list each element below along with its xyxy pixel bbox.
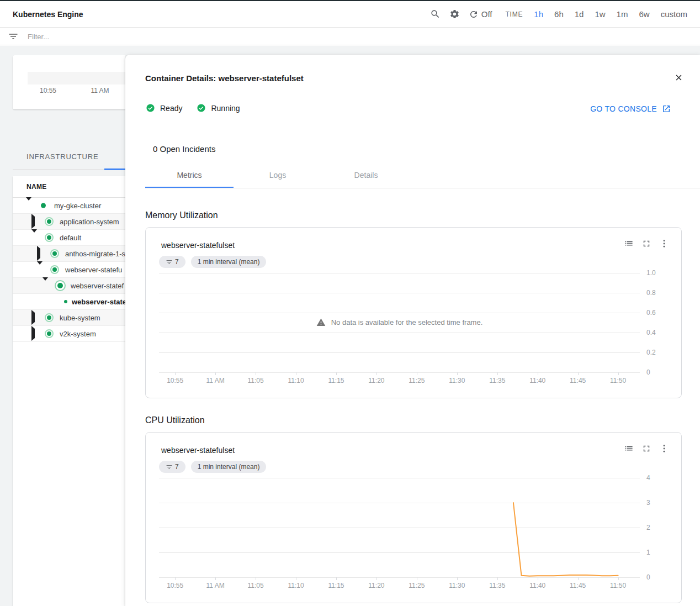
y-axis-label: 4 bbox=[646, 474, 650, 482]
tab-metrics[interactable]: Metrics bbox=[145, 164, 234, 186]
go-to-console-label: GO TO CONSOLE bbox=[590, 104, 657, 113]
y-axis-label: 0 bbox=[646, 368, 650, 376]
time-range-6w[interactable]: 6w bbox=[639, 9, 649, 19]
x-axis-label: 11:20 bbox=[368, 377, 384, 384]
mini-chart-band bbox=[28, 72, 125, 85]
x-axis-tick bbox=[538, 372, 538, 375]
y-axis-label: 1 bbox=[646, 549, 650, 556]
time-range-1m[interactable]: 1m bbox=[617, 9, 628, 19]
status-ready: Ready bbox=[146, 103, 182, 113]
tree-item-webserver-state[interactable]: webserver-state bbox=[13, 294, 125, 310]
time-range-1d[interactable]: 1d bbox=[575, 9, 584, 19]
search-icon[interactable] bbox=[430, 9, 441, 19]
gridline bbox=[159, 293, 640, 293]
gridline bbox=[159, 352, 640, 353]
chevron-down-icon[interactable] bbox=[31, 233, 37, 243]
chevron-down-icon[interactable] bbox=[43, 281, 48, 291]
y-axis-label: 0.4 bbox=[646, 329, 656, 336]
y-axis-label: 3 bbox=[646, 499, 650, 507]
status-donut-icon bbox=[45, 217, 54, 226]
tree-item-label: application-system bbox=[60, 218, 119, 226]
y-axis-label: 1.0 bbox=[646, 269, 656, 277]
chevron-right-icon[interactable] bbox=[31, 329, 35, 339]
x-axis-label: 10:55 bbox=[167, 377, 183, 384]
time-range-6h[interactable]: 6h bbox=[554, 9, 564, 19]
status-donut-icon bbox=[45, 313, 54, 322]
tree-item-label: my-gke-cluster bbox=[54, 202, 101, 210]
status-dot-icon bbox=[41, 203, 46, 208]
tree-item-application-system[interactable]: application-system bbox=[13, 214, 125, 230]
detail-tabs: MetricsLogsDetails bbox=[145, 164, 410, 186]
x-axis-tick bbox=[175, 372, 176, 375]
check-circle-icon bbox=[146, 103, 155, 113]
mini-chart-x-label: 10:55 bbox=[40, 87, 56, 94]
time-range-custom[interactable]: custom bbox=[661, 9, 687, 19]
x-axis-label: 11:40 bbox=[529, 582, 545, 589]
chevron-right-icon[interactable] bbox=[37, 249, 40, 259]
memory-chart-plot: 1.00.80.60.40.2010:5511 AM11:0511:1011:1… bbox=[146, 228, 681, 398]
tree-item-label: default bbox=[60, 234, 81, 242]
x-axis-tick bbox=[497, 372, 498, 375]
auto-refresh-label: Off bbox=[481, 9, 492, 19]
status-leaf-dot-icon bbox=[64, 300, 67, 303]
tabs-divider bbox=[145, 188, 700, 188]
check-circle-icon bbox=[197, 103, 206, 113]
tree-item-anthos-migrate-1-s[interactable]: anthos-migrate-1-s bbox=[13, 246, 125, 262]
header-actions: Off TIME 1h6h1d1w1m6wcustom bbox=[430, 9, 687, 19]
tree-item-default[interactable]: default bbox=[13, 230, 125, 246]
chevron-down-icon[interactable] bbox=[26, 201, 31, 210]
tree-item-label: kube-system bbox=[60, 314, 100, 322]
go-to-console-link[interactable]: GO TO CONSOLE bbox=[590, 104, 671, 113]
cpu-chart-plot: 4321010:5511 AM11:0511:1011:1511:2011:25… bbox=[146, 433, 681, 603]
status-donut-icon bbox=[45, 233, 54, 242]
status-donut-icon bbox=[50, 265, 59, 274]
cpu-utilization-section: CPU Utilization webserver-statefulset 7 … bbox=[145, 415, 682, 603]
container-details-panel: Container Details: webserver-statefulset… bbox=[125, 55, 700, 606]
tree-item-webserver-statefu[interactable]: webserver-statefu bbox=[13, 262, 125, 278]
x-axis-label: 11:20 bbox=[368, 582, 384, 589]
status-donut-icon bbox=[45, 329, 54, 338]
auto-refresh-toggle[interactable]: Off bbox=[469, 9, 492, 19]
status-label: Ready bbox=[160, 104, 182, 113]
sidebar: 10:55 11 AM INFRASTRUCTURE NAME my-gke-c… bbox=[0, 46, 125, 606]
app-title: Kubernetes Engine bbox=[13, 10, 83, 19]
x-axis-label: 11:25 bbox=[409, 377, 425, 384]
chevron-right-icon[interactable] bbox=[31, 313, 35, 323]
time-range-1h[interactable]: 1h bbox=[534, 9, 543, 19]
x-axis-tick bbox=[457, 372, 458, 375]
tree-item-kube-system[interactable]: kube-system bbox=[13, 310, 125, 326]
x-axis-label: 10:55 bbox=[167, 582, 183, 589]
time-range-selector: 1h6h1d1w1m6wcustom bbox=[534, 9, 687, 19]
x-axis-label: 11:30 bbox=[449, 377, 465, 384]
filter-input[interactable] bbox=[26, 32, 250, 41]
tree-item-webserver-statef[interactable]: webserver-statef bbox=[13, 278, 125, 294]
x-axis-label: 11:10 bbox=[288, 582, 304, 589]
x-axis-tick bbox=[376, 372, 377, 375]
x-axis-label: 11:50 bbox=[610, 582, 626, 589]
gridline bbox=[159, 372, 640, 373]
x-axis-label: 11:40 bbox=[529, 377, 545, 384]
y-axis-label: 0.2 bbox=[646, 349, 656, 356]
tree-item-label: webserver-statef bbox=[71, 282, 124, 290]
status-donut-selected-icon bbox=[55, 280, 66, 291]
filter-icon bbox=[8, 31, 19, 42]
tab-details[interactable]: Details bbox=[322, 164, 410, 186]
settings-gear-icon[interactable] bbox=[449, 9, 460, 19]
tree-item-v2k-system[interactable]: v2k-system bbox=[13, 326, 125, 342]
chevron-right-icon[interactable] bbox=[31, 217, 35, 226]
tree-item-my-gke-cluster[interactable]: my-gke-cluster bbox=[13, 198, 125, 214]
chevron-down-icon[interactable] bbox=[37, 265, 43, 275]
tab-logs[interactable]: Logs bbox=[234, 164, 322, 186]
open-incidents-count: 0 Open Incidents bbox=[153, 144, 215, 154]
close-icon[interactable] bbox=[674, 73, 683, 82]
y-axis-label: 0.8 bbox=[646, 289, 656, 297]
tab-infrastructure[interactable]: INFRASTRUCTURE bbox=[26, 152, 98, 161]
tree-item-label: anthos-migrate-1-s bbox=[65, 250, 125, 258]
screen: Kubernetes Engine Off TIME 1h6h1d1w1m6wc… bbox=[0, 0, 700, 606]
open-in-new-icon bbox=[662, 104, 671, 113]
time-range-1w[interactable]: 1w bbox=[595, 9, 605, 19]
cpu-usage-line bbox=[159, 478, 640, 578]
app-header: Kubernetes Engine Off TIME 1h6h1d1w1m6wc… bbox=[0, 1, 700, 28]
resource-tree: my-gke-clusterapplication-systemdefaulta… bbox=[13, 198, 125, 342]
y-axis-label: 2 bbox=[646, 524, 650, 531]
